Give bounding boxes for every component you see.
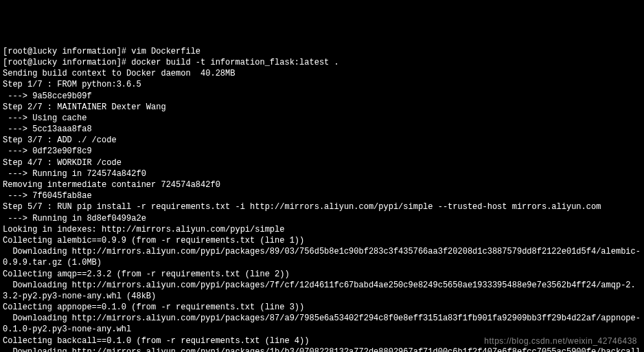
terminal-line: Downloading http://mirrors.aliyun.com/py… <box>3 346 641 352</box>
terminal-line: [root@lucky information]# vim Dockerfile <box>3 46 641 57</box>
terminal-line: Step 4/7 : WORKDIR /code <box>3 157 641 168</box>
terminal-line: Step 3/7 : ADD ./ /code <box>3 135 641 146</box>
terminal-line: ---> 5cc13aaa8fa8 <box>3 124 641 135</box>
terminal-line: Downloading http://mirrors.aliyun.com/py… <box>3 280 641 302</box>
terminal-line: Sending build context to Docker daemon 4… <box>3 68 641 79</box>
terminal-line: ---> 0df23e90f8c9 <box>3 146 641 157</box>
watermark-text: https://blog.csdn.net/weixin_42746438 <box>484 336 637 346</box>
terminal-line: Collecting amqp==2.3.2 (from -r requirem… <box>3 269 641 280</box>
terminal-line: Collecting alembic==0.9.9 (from -r requi… <box>3 235 641 246</box>
terminal-line: ---> Using cache <box>3 113 641 124</box>
terminal-line: Removing intermediate container 724574a8… <box>3 179 641 190</box>
terminal-line: ---> Running in 724574a842f0 <box>3 168 641 179</box>
terminal-line: Step 1/7 : FROM python:3.6.5 <box>3 79 641 90</box>
terminal-line: Downloading http://mirrors.aliyun.com/py… <box>3 313 641 335</box>
terminal-line: Step 2/7 : MAINTAINER Dexter Wang <box>3 102 641 113</box>
terminal-line: ---> 9a58cce9b09f <box>3 91 641 102</box>
terminal-line: Collecting appnope==0.1.0 (from -r requi… <box>3 302 641 313</box>
terminal-line: Downloading http://mirrors.aliyun.com/py… <box>3 246 641 268</box>
terminal-line: ---> 7f6045fab8ae <box>3 190 641 201</box>
terminal-line: Step 5/7 : RUN pip install -r requiremen… <box>3 201 641 212</box>
terminal-line: ---> Running in 8d8ef0499a2e <box>3 213 641 224</box>
terminal-line: [root@lucky information]# docker build -… <box>3 57 641 68</box>
terminal-line: Looking in indexes: http://mirrors.aliyu… <box>3 224 641 235</box>
terminal-output: [root@lucky information]# vim Dockerfile… <box>3 46 641 352</box>
